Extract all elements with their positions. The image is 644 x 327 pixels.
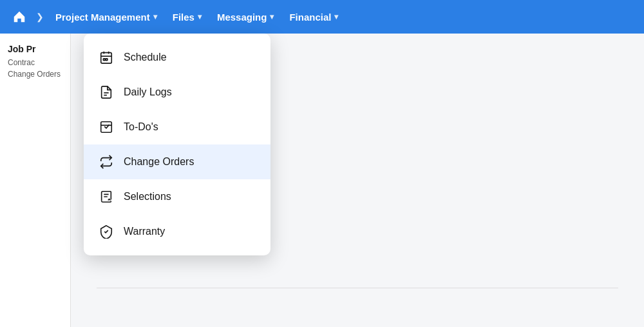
change-orders-label: Change Orders [124, 156, 194, 168]
nav-messaging[interactable]: Messaging ▾ [211, 8, 281, 26]
svg-rect-4 [103, 59, 105, 61]
project-management-dropdown: Schedule Daily Logs To-Do's [84, 34, 270, 255]
nav-financial-label: Financial [289, 12, 331, 23]
divider [97, 288, 618, 288]
nav-project-management-chevron: ▾ [153, 12, 157, 21]
dropdown-item-warranty[interactable]: Warranty [84, 214, 270, 249]
selections-label: Selections [124, 191, 171, 203]
dropdown-item-selections[interactable]: Selections [84, 179, 270, 214]
dailylogs-icon [98, 84, 115, 101]
todo-icon [98, 119, 115, 135]
svg-rect-8 [101, 122, 112, 133]
nav-project-management-label: Project Management [55, 12, 150, 23]
daily-logs-label: Daily Logs [124, 86, 172, 98]
sidebar-change-orders: Change Orders [8, 70, 62, 79]
todos-label: To-Do's [124, 121, 158, 133]
schedule-label: Schedule [124, 52, 167, 63]
nav-breadcrumb-chevron[interactable]: ❯ [33, 12, 46, 22]
svg-rect-5 [106, 59, 108, 61]
sidebar: Job Pr Contrac Change Orders [0, 34, 71, 327]
nav-messaging-label: Messaging [217, 12, 267, 23]
dropdown-item-schedule[interactable]: Schedule [84, 40, 270, 75]
sidebar-contract: Contrac [8, 58, 62, 67]
dropdown-item-daily-logs[interactable]: Daily Logs [84, 75, 270, 110]
svg-rect-0 [101, 53, 112, 64]
home-button[interactable] [8, 5, 31, 28]
selections-icon [98, 188, 115, 205]
dropdown-item-change-orders[interactable]: Change Orders [84, 144, 270, 179]
warranty-label: Warranty [124, 226, 165, 237]
nav-files[interactable]: Files ▾ [166, 8, 208, 26]
nav-project-management[interactable]: Project Management ▾ [49, 8, 164, 26]
nav-files-chevron: ▾ [198, 12, 202, 21]
sidebar-job-prefix: Job Pr [8, 44, 62, 54]
calendar-icon [98, 49, 115, 66]
nav-financial[interactable]: Financial ▾ [283, 8, 345, 26]
nav-files-label: Files [173, 12, 194, 23]
top-navbar: ❯ Project Management ▾ Files ▾ Messaging… [0, 0, 644, 34]
nav-financial-chevron: ▾ [334, 12, 338, 21]
warranty-icon [98, 223, 115, 240]
dropdown-item-todos[interactable]: To-Do's [84, 110, 270, 144]
changeorders-icon [98, 154, 115, 170]
nav-messaging-chevron: ▾ [270, 12, 274, 21]
